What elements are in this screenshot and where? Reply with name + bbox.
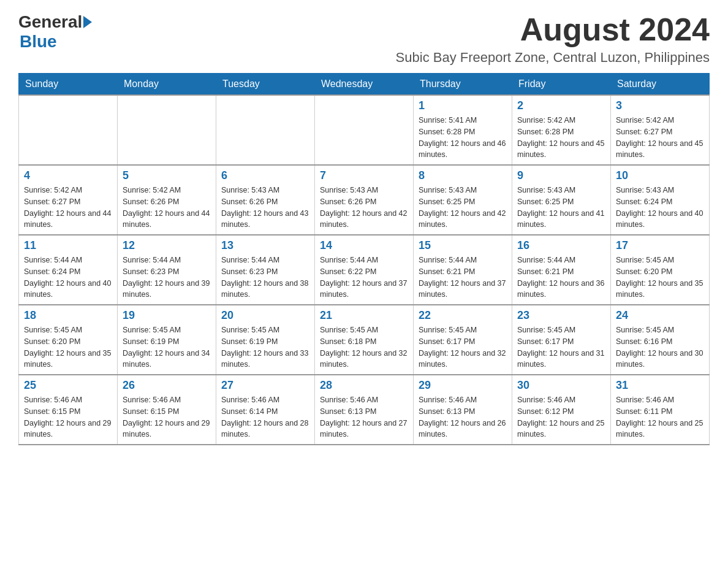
- day-info: Sunrise: 5:45 AMSunset: 6:16 PMDaylight:…: [616, 326, 703, 369]
- day-number: 18: [24, 309, 112, 322]
- day-info: Sunrise: 5:43 AMSunset: 6:24 PMDaylight:…: [616, 186, 703, 229]
- page-header: General Blue August 2024 Subic Bay Freep…: [18, 12, 710, 66]
- day-number: 27: [221, 379, 309, 392]
- calendar-cell: 18Sunrise: 5:45 AMSunset: 6:20 PMDayligh…: [19, 305, 118, 375]
- calendar-cell: 31Sunrise: 5:46 AMSunset: 6:11 PMDayligh…: [611, 375, 710, 445]
- calendar-cell: 12Sunrise: 5:44 AMSunset: 6:23 PMDayligh…: [118, 235, 216, 305]
- title-block: August 2024 Subic Bay Freeport Zone, Cen…: [396, 12, 710, 66]
- calendar-cell: 21Sunrise: 5:45 AMSunset: 6:18 PMDayligh…: [315, 305, 414, 375]
- day-info: Sunrise: 5:43 AMSunset: 6:25 PMDaylight:…: [517, 186, 604, 229]
- day-info: Sunrise: 5:45 AMSunset: 6:20 PMDaylight:…: [616, 256, 703, 299]
- calendar-header-saturday: Saturday: [611, 74, 710, 96]
- day-number: 13: [221, 239, 309, 252]
- calendar-cell: 9Sunrise: 5:43 AMSunset: 6:25 PMDaylight…: [512, 165, 611, 235]
- day-number: 24: [616, 309, 704, 322]
- day-number: 28: [320, 379, 408, 392]
- day-info: Sunrise: 5:41 AMSunset: 6:28 PMDaylight:…: [419, 116, 506, 159]
- day-number: 14: [320, 239, 408, 252]
- day-info: Sunrise: 5:42 AMSunset: 6:27 PMDaylight:…: [24, 186, 111, 229]
- day-info: Sunrise: 5:46 AMSunset: 6:11 PMDaylight:…: [616, 396, 703, 439]
- calendar-cell: 15Sunrise: 5:44 AMSunset: 6:21 PMDayligh…: [414, 235, 512, 305]
- calendar-cell: 28Sunrise: 5:46 AMSunset: 6:13 PMDayligh…: [315, 375, 414, 445]
- day-info: Sunrise: 5:44 AMSunset: 6:23 PMDaylight:…: [221, 256, 308, 299]
- day-info: Sunrise: 5:44 AMSunset: 6:21 PMDaylight:…: [517, 256, 604, 299]
- calendar-header-friday: Friday: [512, 74, 611, 96]
- calendar-cell: 3Sunrise: 5:42 AMSunset: 6:27 PMDaylight…: [611, 95, 710, 165]
- day-number: 9: [517, 169, 605, 182]
- calendar-header-wednesday: Wednesday: [315, 74, 414, 96]
- calendar-week-2: 4Sunrise: 5:42 AMSunset: 6:27 PMDaylight…: [19, 165, 710, 235]
- day-number: 8: [419, 169, 507, 182]
- day-info: Sunrise: 5:46 AMSunset: 6:13 PMDaylight:…: [320, 396, 407, 439]
- calendar-cell: [118, 95, 216, 165]
- day-number: 15: [419, 239, 507, 252]
- day-number: 17: [616, 239, 704, 252]
- day-number: 7: [320, 169, 408, 182]
- day-info: Sunrise: 5:46 AMSunset: 6:12 PMDaylight:…: [517, 396, 604, 439]
- day-info: Sunrise: 5:42 AMSunset: 6:28 PMDaylight:…: [517, 116, 604, 159]
- day-number: 19: [123, 309, 211, 322]
- location-subtitle: Subic Bay Freeport Zone, Central Luzon, …: [396, 50, 710, 66]
- calendar-cell: 22Sunrise: 5:45 AMSunset: 6:17 PMDayligh…: [414, 305, 512, 375]
- day-number: 12: [123, 239, 211, 252]
- day-number: 31: [616, 379, 704, 392]
- calendar-table: SundayMondayTuesdayWednesdayThursdayFrid…: [18, 73, 710, 445]
- day-info: Sunrise: 5:45 AMSunset: 6:19 PMDaylight:…: [221, 326, 308, 369]
- day-number: 21: [320, 309, 408, 322]
- day-number: 22: [419, 309, 507, 322]
- calendar-cell: 5Sunrise: 5:42 AMSunset: 6:26 PMDaylight…: [118, 165, 216, 235]
- calendar-week-4: 18Sunrise: 5:45 AMSunset: 6:20 PMDayligh…: [19, 305, 710, 375]
- day-number: 23: [517, 309, 605, 322]
- logo-triangle-icon: [83, 16, 92, 28]
- day-info: Sunrise: 5:43 AMSunset: 6:26 PMDaylight:…: [221, 186, 308, 229]
- day-info: Sunrise: 5:44 AMSunset: 6:22 PMDaylight:…: [320, 256, 407, 299]
- day-number: 4: [24, 169, 112, 182]
- day-number: 26: [123, 379, 211, 392]
- day-info: Sunrise: 5:45 AMSunset: 6:18 PMDaylight:…: [320, 326, 407, 369]
- day-info: Sunrise: 5:46 AMSunset: 6:13 PMDaylight:…: [419, 396, 506, 439]
- calendar-week-5: 25Sunrise: 5:46 AMSunset: 6:15 PMDayligh…: [19, 375, 710, 445]
- calendar-cell: 2Sunrise: 5:42 AMSunset: 6:28 PMDaylight…: [512, 95, 611, 165]
- day-info: Sunrise: 5:46 AMSunset: 6:14 PMDaylight:…: [221, 396, 308, 439]
- calendar-cell: 14Sunrise: 5:44 AMSunset: 6:22 PMDayligh…: [315, 235, 414, 305]
- calendar-cell: 7Sunrise: 5:43 AMSunset: 6:26 PMDaylight…: [315, 165, 414, 235]
- calendar-cell: 24Sunrise: 5:45 AMSunset: 6:16 PMDayligh…: [611, 305, 710, 375]
- day-info: Sunrise: 5:43 AMSunset: 6:26 PMDaylight:…: [320, 186, 407, 229]
- calendar-cell: 20Sunrise: 5:45 AMSunset: 6:19 PMDayligh…: [216, 305, 315, 375]
- calendar-header-tuesday: Tuesday: [216, 74, 315, 96]
- day-info: Sunrise: 5:45 AMSunset: 6:20 PMDaylight:…: [24, 326, 111, 369]
- day-info: Sunrise: 5:42 AMSunset: 6:27 PMDaylight:…: [616, 116, 703, 159]
- calendar-cell: 26Sunrise: 5:46 AMSunset: 6:15 PMDayligh…: [118, 375, 216, 445]
- calendar-cell: 27Sunrise: 5:46 AMSunset: 6:14 PMDayligh…: [216, 375, 315, 445]
- calendar-cell: 19Sunrise: 5:45 AMSunset: 6:19 PMDayligh…: [118, 305, 216, 375]
- logo: General Blue: [18, 12, 92, 52]
- calendar-cell: 29Sunrise: 5:46 AMSunset: 6:13 PMDayligh…: [414, 375, 512, 445]
- calendar-cell: [19, 95, 118, 165]
- calendar-header-thursday: Thursday: [414, 74, 512, 96]
- calendar-cell: 13Sunrise: 5:44 AMSunset: 6:23 PMDayligh…: [216, 235, 315, 305]
- calendar-header-sunday: Sunday: [19, 74, 118, 96]
- day-number: 25: [24, 379, 112, 392]
- calendar-cell: 10Sunrise: 5:43 AMSunset: 6:24 PMDayligh…: [611, 165, 710, 235]
- calendar-cell: 23Sunrise: 5:45 AMSunset: 6:17 PMDayligh…: [512, 305, 611, 375]
- calendar-week-3: 11Sunrise: 5:44 AMSunset: 6:24 PMDayligh…: [19, 235, 710, 305]
- day-info: Sunrise: 5:45 AMSunset: 6:17 PMDaylight:…: [517, 326, 604, 369]
- day-info: Sunrise: 5:44 AMSunset: 6:24 PMDaylight:…: [24, 256, 111, 299]
- day-info: Sunrise: 5:46 AMSunset: 6:15 PMDaylight:…: [24, 396, 111, 439]
- day-info: Sunrise: 5:44 AMSunset: 6:23 PMDaylight:…: [123, 256, 210, 299]
- day-info: Sunrise: 5:45 AMSunset: 6:19 PMDaylight:…: [123, 326, 210, 369]
- day-info: Sunrise: 5:45 AMSunset: 6:17 PMDaylight:…: [419, 326, 506, 369]
- calendar-week-1: 1Sunrise: 5:41 AMSunset: 6:28 PMDaylight…: [19, 95, 710, 165]
- calendar-cell: 17Sunrise: 5:45 AMSunset: 6:20 PMDayligh…: [611, 235, 710, 305]
- calendar-cell: 4Sunrise: 5:42 AMSunset: 6:27 PMDaylight…: [19, 165, 118, 235]
- calendar-cell: [216, 95, 315, 165]
- day-info: Sunrise: 5:46 AMSunset: 6:15 PMDaylight:…: [123, 396, 210, 439]
- day-number: 11: [24, 239, 112, 252]
- logo-general: General: [18, 12, 82, 32]
- day-number: 20: [221, 309, 309, 322]
- calendar-cell: 16Sunrise: 5:44 AMSunset: 6:21 PMDayligh…: [512, 235, 611, 305]
- calendar-cell: 11Sunrise: 5:44 AMSunset: 6:24 PMDayligh…: [19, 235, 118, 305]
- day-number: 29: [419, 379, 507, 392]
- day-number: 1: [419, 99, 507, 112]
- logo-blue: Blue: [20, 32, 57, 52]
